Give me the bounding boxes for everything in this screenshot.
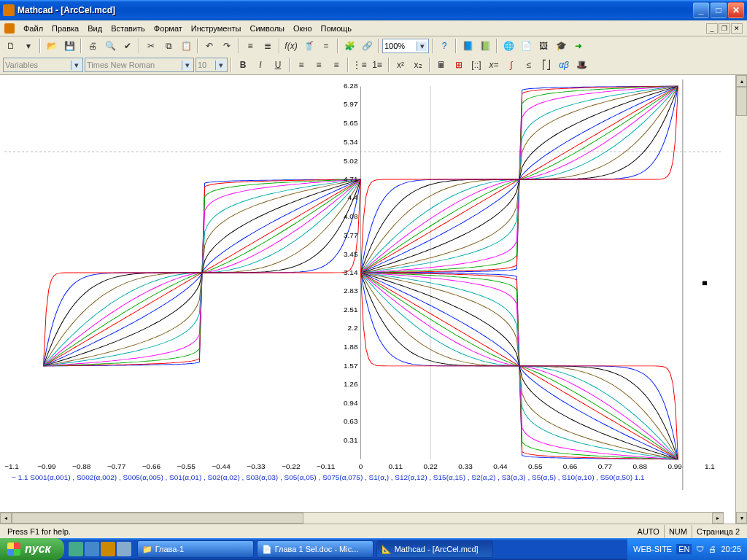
style-combo[interactable]: Variables ▾ — [3, 58, 83, 72]
component-button[interactable]: 🧩 — [341, 38, 357, 54]
svg-text:− 1.1  S001(α,001) , S002(α,00: − 1.1 S001(α,001) , S002(α,002) , S005(α… — [12, 473, 645, 481]
ql-icon[interactable] — [101, 542, 115, 556]
alignl-button[interactable]: ≡ — [293, 57, 309, 73]
svg-text:−0.99: −0.99 — [37, 462, 55, 470]
mdi-close-button[interactable]: ✕ — [731, 23, 743, 34]
document-area[interactable]: 0.310.630.941.261.571.882.22.512.833.143… — [0, 75, 735, 524]
svg-text:−0.55: −0.55 — [177, 462, 196, 470]
start-button[interactable]: пуск — [0, 538, 64, 560]
chevron-down-icon: ▾ — [215, 61, 225, 70]
start-label: пуск — [25, 542, 51, 556]
greek-icon[interactable]: αβ — [556, 57, 572, 73]
tray-icon[interactable]: 🛡 — [696, 545, 704, 553]
graph-icon[interactable]: ⊞ — [451, 57, 467, 73]
new-dropdown[interactable]: ▾ — [20, 38, 36, 54]
svg-text:0.88: 0.88 — [633, 462, 647, 470]
numbers-button[interactable]: 1≡ — [369, 57, 385, 73]
spellcheck-button[interactable]: ✔ — [120, 38, 136, 54]
tray-icon[interactable]: 🖨 — [708, 545, 716, 553]
sub-button[interactable]: x₂ — [410, 57, 426, 73]
zoom-combo[interactable]: 100% ▾ — [382, 39, 429, 53]
svg-text:0.66: 0.66 — [563, 462, 577, 470]
save-button[interactable]: 💾 — [61, 38, 77, 54]
units-button[interactable]: 🥤 — [301, 38, 317, 54]
menu-format[interactable]: Формат — [150, 23, 187, 34]
web2-button[interactable]: 📄 — [518, 38, 534, 54]
bullets-button[interactable]: ⋮≡ — [352, 57, 368, 73]
vertical-scrollbar[interactable]: ▴ ▾ — [735, 75, 747, 524]
open-button[interactable]: 📂 — [44, 38, 60, 54]
help-button[interactable]: ? — [436, 38, 452, 54]
mdi-doc-icon[interactable] — [4, 23, 15, 34]
svg-text:0.22: 0.22 — [423, 462, 437, 470]
mdi-restore-button[interactable]: ❐ — [719, 23, 730, 34]
bold-button[interactable]: B — [235, 57, 251, 73]
menu-window[interactable]: Окно — [289, 23, 317, 34]
scroll-down-button[interactable]: ▾ — [736, 512, 747, 524]
sup-button[interactable]: x² — [392, 57, 409, 73]
status-bar: Press F1 for help. AUTO NUM Страница 2 — [0, 524, 747, 538]
tray-lang[interactable]: EN — [676, 544, 692, 554]
task-button[interactable]: 📄 Глава 1 Sel.doc - Mic... — [257, 540, 374, 558]
italic-button[interactable]: I — [252, 57, 268, 73]
mdi-min-button[interactable]: _ — [706, 23, 718, 34]
resource2-button[interactable]: 📗 — [477, 38, 493, 54]
fx-button[interactable]: f(x) — [283, 38, 299, 54]
calculus-icon[interactable]: ∫ — [503, 57, 519, 73]
minimize-button[interactable]: _ — [693, 2, 709, 18]
print-button[interactable]: 🖨 — [85, 38, 101, 54]
svg-text:0.94: 0.94 — [344, 399, 358, 407]
calc-button[interactable]: = — [318, 38, 334, 54]
underline-button[interactable]: U — [270, 57, 286, 73]
scroll-up-button[interactable]: ▴ — [736, 75, 747, 87]
task-button[interactable]: 📁 Глава-1 — [137, 540, 254, 558]
calculator-icon[interactable]: 🖩 — [433, 57, 449, 73]
matrix-icon[interactable]: [::] — [468, 57, 484, 73]
plot-svg: 0.310.630.941.261.571.882.22.512.833.143… — [4, 79, 721, 490]
ql-icon[interactable] — [117, 542, 131, 556]
alignc-button[interactable]: ≡ — [311, 57, 327, 73]
hat-button[interactable]: 🎓 — [553, 38, 569, 54]
close-button[interactable]: ✕ — [728, 2, 744, 18]
ql-icon[interactable] — [85, 542, 99, 556]
web3-button[interactable]: 🖼 — [535, 38, 551, 54]
menu-tools[interactable]: Инструменты — [187, 23, 246, 34]
link-button[interactable]: 🔗 — [359, 38, 375, 54]
menu-help[interactable]: Помощь — [317, 23, 357, 34]
task-button-active[interactable]: 📐 Mathcad - [ArcCel.mcd] — [376, 540, 493, 558]
size-value: 10 — [198, 61, 206, 69]
resource-button[interactable]: 📘 — [460, 38, 476, 54]
copy-button[interactable]: ⧉ — [160, 38, 177, 54]
boolean-icon[interactable]: ≤ — [521, 57, 537, 73]
vscroll-thumb[interactable] — [736, 87, 747, 116]
redo-button[interactable]: ↷ — [219, 38, 235, 54]
scroll-right-button[interactable]: ▸ — [712, 513, 724, 524]
system-tray[interactable]: WEB-SITE EN 🛡 🖨 20:25 — [627, 538, 747, 560]
align-button[interactable]: ≡ — [242, 38, 258, 54]
font-combo[interactable]: Times New Roman ▾ — [85, 58, 194, 72]
menu-file[interactable]: Файл — [19, 23, 47, 34]
menu-insert[interactable]: Вставить — [107, 23, 150, 34]
new-button[interactable]: 🗋 — [3, 38, 19, 54]
menu-symbols[interactable]: Символы — [245, 23, 289, 34]
cut-button[interactable]: ✂ — [143, 38, 159, 54]
xy-plot[interactable]: 0.310.630.941.261.571.882.22.512.833.143… — [4, 79, 721, 490]
align2-button[interactable]: ≣ — [260, 38, 276, 54]
menu-view[interactable]: Вид — [83, 23, 107, 34]
hscroll-thumb[interactable] — [12, 513, 303, 524]
menu-edit[interactable]: Правка — [47, 23, 83, 34]
eval-icon[interactable]: x= — [486, 57, 502, 73]
scroll-left-button[interactable]: ◂ — [0, 513, 12, 524]
programming-icon[interactable]: ⎡⎦ — [538, 57, 554, 73]
preview-button[interactable]: 🔍 — [102, 38, 118, 54]
size-combo[interactable]: 10 ▾ — [196, 58, 228, 72]
maximize-button[interactable]: □ — [711, 2, 727, 18]
paste-button[interactable]: 📋 — [178, 38, 194, 54]
alignr-button[interactable]: ≡ — [328, 57, 344, 73]
go-button[interactable]: ➜ — [570, 38, 587, 54]
horizontal-scrollbar[interactable]: ◂ ▸ — [0, 512, 724, 524]
ql-icon[interactable] — [69, 542, 83, 556]
symbolic-icon[interactable]: 🎩 — [573, 57, 589, 73]
web-button[interactable]: 🌐 — [500, 38, 516, 54]
undo-button[interactable]: ↶ — [201, 38, 217, 54]
